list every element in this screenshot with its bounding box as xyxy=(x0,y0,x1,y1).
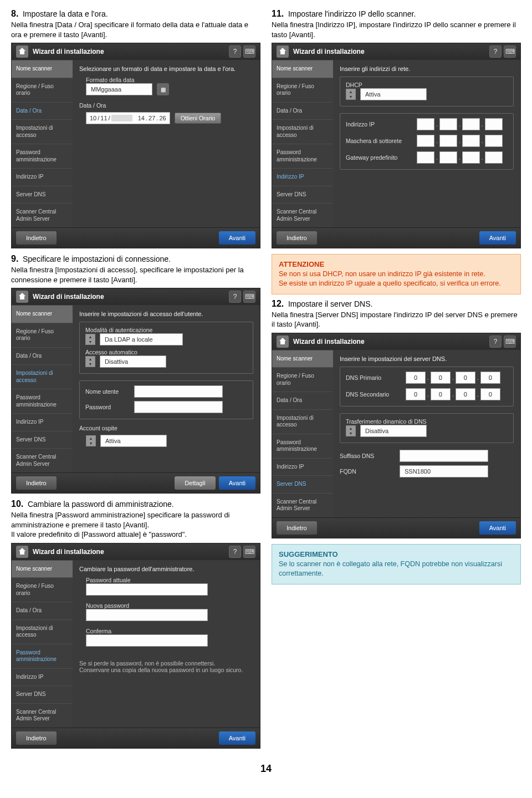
sidebar-item-password[interactable]: Password amministrazione xyxy=(12,644,73,668)
back-button[interactable]: Indietro xyxy=(16,231,57,245)
sidebar-item-central[interactable]: Scanner Central Admin Server xyxy=(272,203,333,227)
step-8-number: 8. xyxy=(11,9,18,18)
ospite-dropdown[interactable]: Attiva xyxy=(100,435,167,447)
nuova-input[interactable] xyxy=(86,609,208,621)
sidebar-item-regione[interactable]: Regione / Fuso orario xyxy=(12,323,73,347)
back-button[interactable]: Indietro xyxy=(16,476,57,490)
sidebar-item-password[interactable]: Password amministrazione xyxy=(12,144,73,168)
sidebar-item-ip[interactable]: Indirizzo IP xyxy=(12,413,73,431)
back-button[interactable]: Indietro xyxy=(277,231,317,245)
step-9-title: Specificare le impostazioni di connessio… xyxy=(23,255,171,263)
primario-fields[interactable]: 0.0.0.0 xyxy=(406,372,500,384)
sidebar-item-data[interactable]: Data / Ora xyxy=(272,102,333,120)
home-icon[interactable] xyxy=(16,546,28,558)
sidebar-item-data[interactable]: Data / Ora xyxy=(12,102,73,120)
wizard-title: Wizard di installazione xyxy=(293,48,487,55)
next-button[interactable]: Avanti xyxy=(219,476,255,490)
help-icon[interactable]: ? xyxy=(489,336,502,348)
sidebar-item-data[interactable]: Data / Ora xyxy=(272,392,333,409)
formato-dropdown[interactable]: MMggaaaa xyxy=(86,83,152,95)
sidebar-item-regione[interactable]: Regione / Fuso orario xyxy=(272,78,333,102)
suffix-input[interactable] xyxy=(400,450,488,462)
dyn-stepper[interactable]: ▲▼ xyxy=(346,425,356,436)
details-button[interactable]: Dettagli xyxy=(175,476,215,490)
conferma-input[interactable] xyxy=(86,634,208,647)
next-button[interactable]: Avanti xyxy=(219,231,255,245)
sidebar-item-nome[interactable]: Nome scanner xyxy=(272,350,333,368)
sidebar-item-accesso[interactable]: Impostazioni di accesso xyxy=(272,409,333,434)
ospite-stepper[interactable]: ▲▼ xyxy=(86,435,96,446)
keyboard-icon[interactable]: ⌨ xyxy=(504,336,516,348)
calendar-icon[interactable]: ▦ xyxy=(157,83,169,95)
sidebar-item-ip[interactable]: Indirizzo IP xyxy=(12,168,73,186)
sidebar-item-nome[interactable]: Nome scanner xyxy=(12,60,73,78)
mask-fields[interactable]: ... xyxy=(417,135,503,147)
sidebar-item-nome[interactable]: Nome scanner xyxy=(272,60,333,78)
auto-dropdown[interactable]: Disattiva xyxy=(100,355,166,368)
sidebar-item-regione[interactable]: Regione / Fuso orario xyxy=(12,577,73,602)
help-icon[interactable]: ? xyxy=(229,546,241,558)
sidebar-item-accesso[interactable]: Impostazioni di accesso xyxy=(12,364,73,389)
home-icon[interactable] xyxy=(277,45,289,58)
sidebar-item-dns[interactable]: Server DNS xyxy=(12,186,73,204)
keyboard-icon[interactable]: ⌨ xyxy=(504,45,516,58)
sidebar-item-data[interactable]: Data / Ora xyxy=(12,602,73,619)
help-icon[interactable]: ? xyxy=(229,291,241,303)
fqdn-input[interactable]: SSN1800 xyxy=(400,465,488,477)
sidebar-item-regione[interactable]: Regione / Fuso orario xyxy=(272,367,333,392)
sidebar-item-central[interactable]: Scanner Central Admin Server xyxy=(12,703,73,728)
date-time-field[interactable]: 10 / 11 / yyyy 14 . 27 . 26 xyxy=(86,112,170,124)
sidebar-item-nome[interactable]: Nome scanner xyxy=(12,305,73,323)
sidebar-item-data[interactable]: Data / Ora xyxy=(12,347,73,365)
next-button[interactable]: Avanti xyxy=(479,521,516,535)
user-input[interactable] xyxy=(134,385,223,398)
attuale-label: Password attuale xyxy=(86,577,253,583)
auto-stepper[interactable]: ▲▼ xyxy=(85,356,95,367)
modalita-stepper[interactable]: ▲▼ xyxy=(85,334,95,345)
sidebar-item-ip[interactable]: Indirizzo IP xyxy=(272,458,333,476)
ottieni-orario-button[interactable]: Ottieni Orario xyxy=(175,113,221,124)
dhcp-stepper[interactable]: ▲▼ xyxy=(346,89,356,100)
modalita-dropdown[interactable]: Da LDAP a locale xyxy=(100,333,183,345)
next-button[interactable]: Avanti xyxy=(479,231,516,245)
help-icon[interactable]: ? xyxy=(489,45,502,58)
sidebar-item-dns[interactable]: Server DNS xyxy=(12,685,73,703)
dyn-dropdown[interactable]: Disattiva xyxy=(360,425,427,437)
pwd-input[interactable] xyxy=(134,401,223,413)
keyboard-icon[interactable]: ⌨ xyxy=(243,45,255,58)
sidebar-item-dns[interactable]: Server DNS xyxy=(12,431,73,449)
sidebar-item-ip[interactable]: Indirizzo IP xyxy=(272,168,333,186)
back-button[interactable]: Indietro xyxy=(16,731,57,745)
home-icon[interactable] xyxy=(16,45,28,58)
keyboard-icon[interactable]: ⌨ xyxy=(243,291,255,303)
help-icon[interactable]: ? xyxy=(229,45,241,58)
sidebar-item-regione[interactable]: Regione / Fuso orario xyxy=(12,78,73,102)
sidebar-item-accesso[interactable]: Impostazioni di accesso xyxy=(272,119,333,144)
sidebar-item-central[interactable]: Scanner Central Admin Server xyxy=(272,493,333,517)
sidebar-item-accesso[interactable]: Impostazioni di accesso xyxy=(12,619,73,644)
gw-fields[interactable]: ... xyxy=(417,151,503,164)
sidebar-item-password[interactable]: Password amministrazione xyxy=(12,389,73,413)
dhcp-dropdown[interactable]: Attiva xyxy=(360,88,427,100)
sidebar-item-dns[interactable]: Server DNS xyxy=(272,475,333,493)
sidebar-item-central[interactable]: Scanner Central Admin Server xyxy=(12,203,73,227)
next-button[interactable]: Avanti xyxy=(219,731,255,745)
home-icon[interactable] xyxy=(277,336,289,348)
wizard-password: Wizard di installazione ? ⌨ Nome scanner… xyxy=(11,543,260,749)
keyboard-icon[interactable]: ⌨ xyxy=(243,546,255,558)
hint-title: SUGGERIMENTO xyxy=(279,550,514,558)
sidebar-item-password[interactable]: Password amministrazione xyxy=(272,144,333,168)
ip-instr: Inserire gli indirizzi di rete. xyxy=(340,65,514,72)
home-icon[interactable] xyxy=(16,291,28,303)
sidebar-item-nome[interactable]: Nome scanner xyxy=(12,560,73,578)
sidebar-item-password[interactable]: Password amministrazione xyxy=(272,434,333,458)
sidebar-item-ip[interactable]: Indirizzo IP xyxy=(12,668,73,686)
sidebar-item-dns[interactable]: Server DNS xyxy=(272,186,333,204)
ip-fields[interactable]: ... xyxy=(417,118,503,130)
secondario-fields[interactable]: 0.0.0.0 xyxy=(406,388,500,400)
sidebar-item-accesso[interactable]: Impostazioni di accesso xyxy=(12,119,73,144)
back-button[interactable]: Indietro xyxy=(277,521,317,535)
data-ora-instr: Selezionare un formato di data e imposta… xyxy=(79,65,253,72)
attuale-input[interactable] xyxy=(86,583,208,596)
sidebar-item-central[interactable]: Scanner Central Admin Server xyxy=(12,448,73,472)
